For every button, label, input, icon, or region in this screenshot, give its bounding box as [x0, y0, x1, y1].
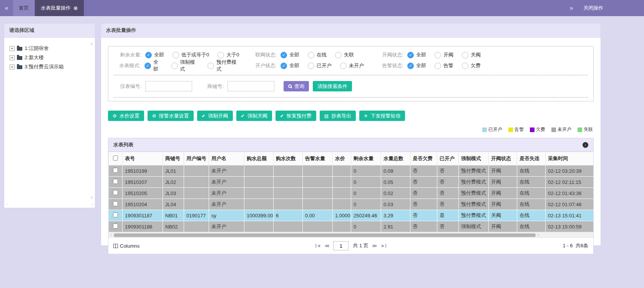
column-header[interactable]: 是否失连 [517, 152, 546, 166]
column-header[interactable]: 水量总数 [381, 152, 410, 166]
scroll-left-icon[interactable]: ‹ [6, 202, 7, 206]
table-cell: 02-13 15:00:59 [546, 221, 594, 232]
tab-home[interactable]: 首页 [13, 0, 35, 16]
table-row[interactable]: 19510205JL03未开户00.02否否预付费模式开阀在线02-12 01:… [109, 188, 594, 199]
column-header[interactable]: 开阀状态 [489, 152, 517, 166]
restore-prepaid-button[interactable]: ✔恢复预付费 [276, 111, 316, 121]
tree-item[interactable]: +3:预付费云演示箱 [8, 62, 91, 71]
expand-icon[interactable]: + [10, 65, 15, 70]
radio-option[interactable]: 已开户 [308, 62, 332, 69]
page-number-input[interactable] [333, 241, 349, 250]
radio-option[interactable]: 在线 [308, 51, 327, 58]
meter-no-input[interactable] [145, 81, 192, 91]
column-header[interactable]: 商铺号 [163, 152, 184, 166]
water-price-setting-button[interactable]: ⚙水价设置 [108, 111, 144, 121]
last-page-icon[interactable]: ▶ [382, 244, 386, 248]
radio-option-label: 全部 [416, 62, 426, 69]
tree-item-label: 1:江阴宿舍 [25, 45, 49, 52]
radio-option[interactable]: 失联 [335, 51, 354, 58]
radio-option[interactable]: ✓全部 [407, 62, 426, 69]
radio-option[interactable]: ✓全部 [281, 62, 299, 69]
scroll-up-icon[interactable]: ∧ [90, 42, 93, 46]
tree-item[interactable]: +1:江阴宿舍 [8, 44, 91, 53]
table-row[interactable]: 1909301188NB02未开户02.91否否强制模式开阀在线02-13 15… [109, 221, 594, 232]
force-open-valve-button[interactable]: ✔强制开阀 [197, 111, 233, 121]
column-header[interactable]: 购水总额 [244, 152, 274, 166]
scrollbar-left-icon[interactable]: ‹ [108, 233, 114, 237]
table-row[interactable]: 19510199JL01未开户00.09否否预付费模式开阀在线02-12 03:… [109, 166, 594, 177]
table-cell: 02-12 01:43:36 [546, 188, 594, 199]
radio-icon: ✓ [281, 52, 287, 58]
radio-option[interactable]: 欠费 [462, 62, 481, 69]
columns-button[interactable]: Columns [113, 243, 139, 249]
table-cell: 未开户 [209, 221, 244, 232]
first-page-icon[interactable]: ◀ [315, 244, 320, 248]
column-header[interactable]: 用户编号 [184, 152, 209, 166]
expand-icon[interactable]: + [10, 55, 15, 60]
row-checkbox[interactable] [113, 190, 118, 195]
tree-item[interactable]: +2:新大楼 [8, 53, 91, 62]
send-alarm-sms-button[interactable]: ✈下发报警短信 [359, 111, 405, 121]
radio-option[interactable]: 大于0 [217, 51, 239, 58]
main-body: 剩余水量:✓全部低于或等于0大于0联网状态:✓全部在线失联开阀状态:✓全部开阀关… [101, 38, 601, 254]
scroll-right-icon[interactable]: › [92, 202, 93, 206]
column-header[interactable]: 表号 [123, 152, 163, 166]
table-cell [303, 221, 333, 232]
force-close-valve-button[interactable]: ✔强制关阀 [236, 111, 272, 121]
row-checkbox[interactable] [113, 223, 118, 228]
radio-option[interactable]: 告警 [435, 62, 453, 69]
column-header[interactable]: 购水次数 [274, 152, 303, 166]
expand-icon[interactable]: + [10, 46, 15, 51]
query-button[interactable]: 查询 [284, 81, 309, 91]
column-header[interactable]: 剩余水量 [351, 152, 381, 166]
radio-option[interactable]: 未开户 [340, 62, 364, 69]
column-header[interactable]: 水价 [333, 152, 351, 166]
column-header[interactable]: 是否欠费 [410, 152, 437, 166]
table-cell: 预付费模式 [459, 210, 489, 221]
radio-option[interactable]: ✓全部 [407, 51, 426, 58]
row-checkbox[interactable] [113, 168, 118, 173]
table-cell: 02-13 15:01:41 [546, 210, 594, 221]
tabs-scroll-left-icon[interactable]: « [0, 0, 13, 16]
clear-search-button[interactable]: 清除搜索条件 [313, 81, 352, 91]
column-header[interactable]: 已开户 [437, 152, 459, 166]
radio-option[interactable]: 开阀 [435, 51, 453, 58]
row-checkbox[interactable] [113, 179, 118, 184]
prev-page-icon[interactable]: ◀◀ [324, 244, 329, 248]
tab-active[interactable]: 水表批量操作⊗ [35, 0, 84, 16]
scrollbar-thumb[interactable] [114, 233, 536, 237]
tab-close-icon[interactable]: ⊗ [73, 5, 78, 11]
next-page-icon[interactable]: ▶▶ [373, 244, 377, 248]
column-header[interactable]: 采集时间 [546, 152, 594, 166]
close-operations-menu[interactable]: 关闭操作 [583, 5, 603, 12]
radio-option[interactable]: ✓全部 [281, 51, 299, 58]
radio-option[interactable]: 关阀 [462, 51, 481, 58]
column-header[interactable]: 用户名 [209, 152, 244, 166]
column-header[interactable]: 强制模式 [459, 152, 489, 166]
select-all-checkbox[interactable] [113, 156, 118, 161]
table-cell [184, 166, 209, 177]
alarm-water-setting-button[interactable]: ⚙报警水量设置 [148, 111, 194, 121]
radio-option[interactable]: 强制模式 [171, 59, 199, 73]
table-row[interactable]: 19510207JL02未开户00.05否否预付费模式开阀在线02-12 02:… [109, 177, 594, 188]
tabs-scroll-right-icon[interactable]: » [565, 4, 578, 12]
radio-option[interactable]: ✓全部 [145, 51, 164, 58]
table-row[interactable]: 1909301187NB010190177sy1000399.0060.001.… [109, 210, 594, 221]
meter-reading-export-button[interactable]: ▤抄表导出 [320, 111, 356, 121]
scrollbar-right-icon[interactable]: › [536, 233, 541, 237]
table-cell [303, 177, 333, 188]
table-cell [274, 166, 303, 177]
radio-option[interactable]: ✓全部 [144, 59, 163, 73]
column-header[interactable]: 告警水量 [303, 152, 333, 166]
shop-no-input[interactable] [227, 81, 274, 91]
filter-group-network-status: 联网状态:✓全部在线失联 [249, 51, 376, 58]
row-checkbox[interactable] [113, 201, 118, 206]
row-checkbox[interactable] [113, 212, 118, 217]
scroll-top-icon[interactable]: ↑ [583, 142, 588, 148]
horizontal-scrollbar[interactable]: ‹ › [108, 232, 593, 237]
radio-option[interactable]: 低于或等于0 [173, 51, 209, 58]
table-row[interactable]: 19510204JL04未开户00.03否否预付费模式开阀在线02-12 01:… [109, 199, 594, 210]
query-button-label: 查询 [294, 83, 304, 90]
radio-option[interactable]: 预付费模式 [207, 59, 241, 73]
scroll-down-icon[interactable]: ∨ [90, 195, 93, 199]
